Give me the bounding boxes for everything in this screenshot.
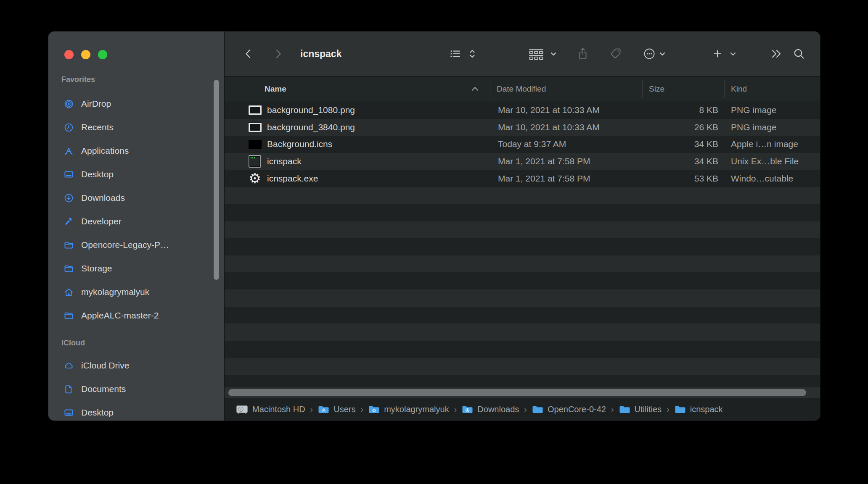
toolbar: icnspack [225, 32, 820, 76]
folder-users-icon [318, 405, 329, 414]
column-divider[interactable] [490, 80, 490, 98]
sidebar-item-applications[interactable]: Applications [48, 139, 216, 163]
breadcrumb-label: Users [333, 405, 355, 414]
file-row[interactable]: ⚙ icnspack.exe Mar 1, 2021 at 7:58 PM 53… [225, 170, 820, 187]
file-name: icnspack [267, 153, 302, 170]
icloud-section-title: iCloud [61, 339, 85, 347]
toolbar-overflow-button[interactable] [769, 32, 783, 76]
sidebar-item-downloads[interactable]: Downloads [48, 186, 216, 210]
file-name: background_1080.png [267, 102, 355, 119]
file-kind: Apple i…n image [731, 136, 798, 153]
new-folder-button[interactable] [712, 32, 723, 76]
breadcrumb-macintosh-hd[interactable]: Macintosh HD [236, 405, 305, 414]
folder-icon [675, 405, 686, 414]
file-kind: PNG image [731, 102, 777, 119]
breadcrumb-separator: › [454, 405, 457, 414]
unix-executable-icon [246, 153, 264, 170]
home-icon [62, 286, 75, 298]
sidebar-item-desktop[interactable]: Desktop [48, 163, 216, 186]
horizontal-scrollbar-track[interactable] [225, 387, 820, 398]
close-button[interactable] [64, 50, 74, 59]
breadcrumb-user-home[interactable]: mykolagrymalyuk [368, 405, 449, 414]
file-row[interactable]: background_3840.png Mar 10, 2021 at 10:3… [225, 119, 820, 136]
png-thumbnail-icon [246, 119, 264, 136]
more-actions-button[interactable] [642, 32, 656, 76]
sidebar-item-label: Documents [81, 384, 126, 394]
file-row[interactable]: background_1080.png Mar 10, 2021 at 10:3… [225, 102, 820, 119]
favorites-list: AirDrop Recents Applications [48, 92, 216, 327]
breadcrumb-downloads[interactable]: Downloads [462, 405, 519, 414]
folder-icon [62, 262, 75, 275]
sidebar-item-opencore-legacy[interactable]: Opencore-Legacy-P… [48, 233, 216, 257]
folder-icon [532, 405, 543, 414]
file-date-modified: Mar 1, 2021 at 7:58 PM [498, 170, 590, 187]
forward-button[interactable] [272, 32, 284, 76]
group-by-chevron-icon[interactable] [549, 32, 558, 76]
hammer-icon [62, 215, 75, 228]
minimize-button[interactable] [81, 50, 90, 59]
zoom-button[interactable] [98, 50, 107, 59]
sidebar-item-documents[interactable]: Documents [48, 377, 216, 401]
folder-downloads-icon [462, 405, 473, 414]
breadcrumb-opencore[interactable]: OpenCore-0-42 [532, 405, 606, 414]
sidebar-item-storage[interactable]: Storage [48, 257, 216, 280]
sidebar-item-applealc[interactable]: AppleALC-master-2 [48, 304, 216, 327]
breadcrumb-label: OpenCore-0-42 [548, 405, 606, 414]
sidebar-item-airdrop[interactable]: AirDrop [48, 92, 216, 116]
sidebar-item-label: iCloud Drive [81, 360, 129, 371]
search-button[interactable] [792, 32, 806, 76]
file-size: 53 KB [645, 170, 718, 187]
view-list-button[interactable] [449, 32, 465, 76]
column-header-date-modified[interactable]: Date Modified [497, 77, 546, 101]
appstore-icon [62, 145, 75, 157]
folder-icon [62, 309, 75, 322]
file-name: background_3840.png [267, 119, 355, 136]
download-circle-icon [62, 192, 75, 204]
png-thumbnail-icon [246, 102, 264, 119]
share-button[interactable] [577, 32, 589, 76]
sidebar-item-home[interactable]: mykolagrymalyuk [48, 280, 216, 304]
cloud-icon [62, 359, 75, 372]
folder-home-icon [368, 405, 380, 414]
view-sort-chevrons-icon[interactable] [468, 32, 477, 76]
column-header-size[interactable]: Size [649, 77, 664, 101]
file-row[interactable]: icnspack Mar 1, 2021 at 7:58 PM 34 KB Un… [225, 153, 820, 170]
tag-button[interactable] [609, 32, 623, 76]
file-name: icnspack.exe [267, 170, 318, 187]
column-header-row: Name Date Modified Size Kind [225, 76, 820, 101]
file-date-modified: Mar 1, 2021 at 7:58 PM [498, 153, 590, 170]
sidebar-scrollbar[interactable] [214, 80, 219, 280]
group-by-button[interactable] [525, 32, 548, 76]
breadcrumb-label: Downloads [477, 405, 519, 414]
file-size: 34 KB [645, 136, 718, 153]
sidebar-item-label: Applications [81, 146, 129, 156]
column-divider[interactable] [724, 80, 725, 98]
breadcrumb-separator: › [667, 405, 670, 414]
icloud-list: iCloud Drive Documents [48, 354, 216, 421]
new-folder-chevron-icon[interactable] [729, 32, 737, 76]
window-title: icnspack [300, 32, 341, 76]
horizontal-scrollbar-thumb[interactable] [228, 389, 806, 396]
back-button[interactable] [243, 32, 254, 76]
column-header-kind[interactable]: Kind [731, 77, 747, 101]
sidebar-item-label: Opencore-Legacy-P… [81, 240, 169, 250]
file-row[interactable]: Background.icns Today at 9:37 AM 34 KB A… [225, 136, 820, 153]
column-header-name[interactable]: Name [265, 77, 286, 101]
icns-thumbnail-icon [246, 136, 264, 153]
desktop-icon [62, 406, 75, 419]
sidebar-item-label: Desktop [81, 408, 114, 418]
sidebar-item-icloud-drive[interactable]: iCloud Drive [48, 354, 216, 377]
breadcrumb-label: icnspack [690, 405, 723, 414]
column-divider[interactable] [642, 80, 643, 98]
breadcrumb-users[interactable]: Users [318, 405, 355, 414]
more-actions-chevron-icon[interactable] [658, 32, 667, 76]
breadcrumb-separator: › [524, 405, 527, 414]
file-kind: Unix Ex…ble File [731, 153, 799, 170]
sidebar-item-developer[interactable]: Developer [48, 210, 216, 233]
breadcrumb-utilities[interactable]: Utilities [619, 405, 662, 414]
content-area: icnspack [224, 32, 820, 421]
sidebar-item-desktop-icloud[interactable]: Desktop [48, 401, 216, 421]
hard-drive-icon [236, 405, 248, 414]
sidebar-item-recents[interactable]: Recents [48, 116, 216, 139]
breadcrumb-icnspack[interactable]: icnspack [675, 405, 723, 414]
